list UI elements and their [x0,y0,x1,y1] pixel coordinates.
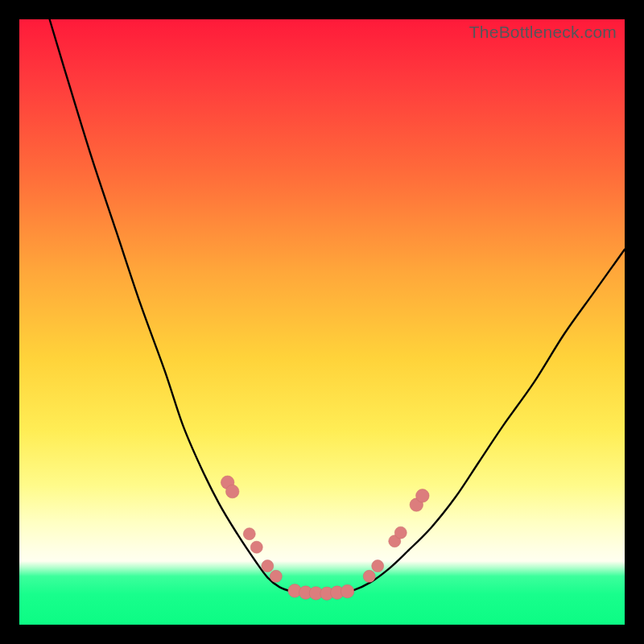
marker-dot [262,560,274,572]
marker-dot [394,526,407,539]
marker-dot [341,584,354,598]
marker-dot [416,489,430,503]
marker-dot [250,541,262,553]
marker-dot [243,528,255,540]
chart-svg [19,19,625,625]
marker-dot [270,570,282,582]
marker-dot [372,560,384,572]
marker-group [221,476,429,601]
marker-dot [225,485,239,498]
plot-area: TheBottleneck.com [19,19,625,625]
marker-dot [363,570,375,582]
curve-group [50,19,625,594]
v-curve-path [50,19,625,594]
chart-frame: TheBottleneck.com [0,0,644,644]
